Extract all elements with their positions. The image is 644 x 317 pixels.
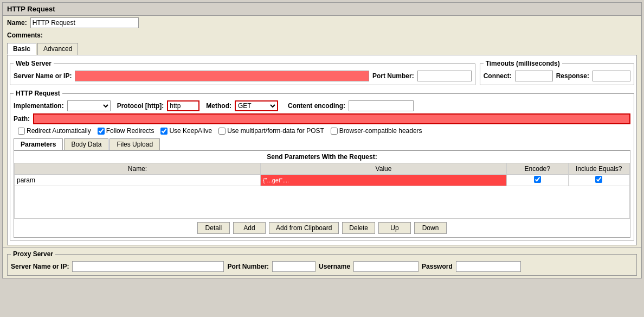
content-encoding-label: Content encoding: — [288, 102, 345, 110]
server-input[interactable] — [75, 71, 369, 81]
param-name-cell: param — [15, 175, 261, 186]
protocol-input[interactable] — [167, 100, 199, 111]
options-row: Redirect Automatically Follow Redirects … — [14, 125, 630, 136]
content-encoding-input[interactable] — [349, 100, 414, 111]
protocol-label: Protocol [http]: — [117, 102, 164, 110]
response-label: Response: — [556, 72, 589, 80]
keepalive-label: Use KeepAlive — [169, 127, 212, 135]
up-button[interactable]: Up — [378, 222, 411, 234]
param-value-cell: {"...get".... — [261, 175, 507, 186]
multipart-checkbox[interactable] — [218, 128, 226, 135]
implementation-select[interactable] — [67, 100, 111, 111]
tab-body-data[interactable]: Body Data — [64, 138, 108, 150]
method-label: Method: — [206, 102, 231, 110]
col-name: Name: — [15, 163, 261, 175]
redirect-auto-label: Redirect Automatically — [27, 127, 91, 135]
method-select[interactable]: GET POST PUT DELETE HEAD OPTIONS PATCH — [235, 100, 278, 111]
proxy-section: Proxy Server Server Name or IP: Port Num… — [3, 248, 641, 276]
main-tabs-bar: Basic Advanced — [3, 41, 641, 55]
inner-tabs-bar: Parameters Body Data Files Upload — [14, 136, 630, 150]
tab-basic[interactable]: Basic — [7, 43, 36, 55]
comments-label: Comments: — [7, 31, 43, 39]
detail-button[interactable]: Detail — [197, 222, 230, 234]
connect-input[interactable] — [515, 71, 553, 81]
port-label: Port Number: — [372, 72, 414, 80]
col-include-equals: Include Equals? — [568, 163, 630, 175]
proxy-server-input[interactable] — [72, 261, 224, 272]
name-label: Name: — [7, 19, 27, 27]
param-encode-cell[interactable] — [507, 175, 569, 186]
comments-row: Comments: — [3, 30, 641, 41]
send-params-label: Send Parameters With the Request: — [14, 151, 630, 163]
follow-redirects-checkbox[interactable] — [98, 128, 105, 135]
follow-redirects-option[interactable]: Follow Redirects — [98, 127, 154, 135]
multipart-option[interactable]: Use multipart/form-data for POST — [218, 127, 324, 135]
browser-headers-option[interactable]: Browser-compatible headers — [331, 127, 422, 135]
encode-checkbox[interactable] — [534, 176, 541, 183]
proxy-password-input[interactable] — [456, 261, 521, 272]
table-row: param {"...get".... — [15, 175, 630, 186]
proxy-username-input[interactable] — [353, 261, 418, 272]
proxy-port-input[interactable] — [272, 261, 315, 272]
http-request-legend: HTTP Request — [14, 90, 62, 97]
proxy-username-label: Username — [319, 263, 350, 270]
params-table: Name: Value Encode? Include Equals? para… — [14, 163, 630, 219]
response-input[interactable] — [593, 71, 630, 81]
col-value: Value — [261, 163, 507, 175]
param-include-equals-cell[interactable] — [568, 175, 630, 186]
proxy-port-label: Port Number: — [227, 263, 269, 270]
connect-label: Connect: — [484, 72, 512, 80]
follow-redirects-label: Follow Redirects — [106, 127, 154, 135]
name-row: Name: — [3, 16, 641, 30]
timeouts-legend: Timeouts (milliseconds) — [484, 60, 562, 67]
browser-headers-label: Browser-compatible headers — [339, 127, 422, 135]
panel-title: HTTP Request — [3, 3, 641, 16]
path-input[interactable] — [33, 113, 630, 124]
proxy-server-label: Server Name or IP: — [11, 263, 69, 270]
tab-advanced[interactable]: Advanced — [37, 43, 78, 55]
proxy-legend: Proxy Server — [11, 250, 55, 258]
add-from-clipboard-button[interactable]: Add from Clipboard — [269, 222, 339, 234]
redirect-auto-option[interactable]: Redirect Automatically — [18, 127, 91, 135]
proxy-password-label: Password — [422, 263, 453, 270]
keepalive-checkbox[interactable] — [160, 128, 168, 135]
action-buttons-row: Detail Add Add from Clipboard Delete Up … — [14, 219, 630, 237]
path-label: Path: — [14, 115, 30, 123]
browser-headers-checkbox[interactable] — [331, 128, 338, 135]
redirect-auto-checkbox[interactable] — [18, 128, 25, 135]
multipart-label: Use multipart/form-data for POST — [227, 127, 324, 135]
name-input[interactable] — [30, 17, 139, 28]
keepalive-option[interactable]: Use KeepAlive — [160, 127, 212, 135]
server-label: Server Name or IP: — [14, 72, 72, 80]
implementation-label: Implementation: — [14, 102, 64, 110]
include-equals-checkbox[interactable] — [595, 176, 602, 183]
tab-files-upload[interactable]: Files Upload — [110, 138, 160, 150]
tab-parameters[interactable]: Parameters — [14, 138, 63, 150]
web-server-legend: Web Server — [14, 60, 54, 67]
delete-button[interactable]: Delete — [342, 222, 375, 234]
down-button[interactable]: Down — [414, 222, 447, 234]
col-encode: Encode? — [507, 163, 569, 175]
port-input[interactable] — [417, 71, 472, 81]
add-button[interactable]: Add — [233, 222, 266, 234]
